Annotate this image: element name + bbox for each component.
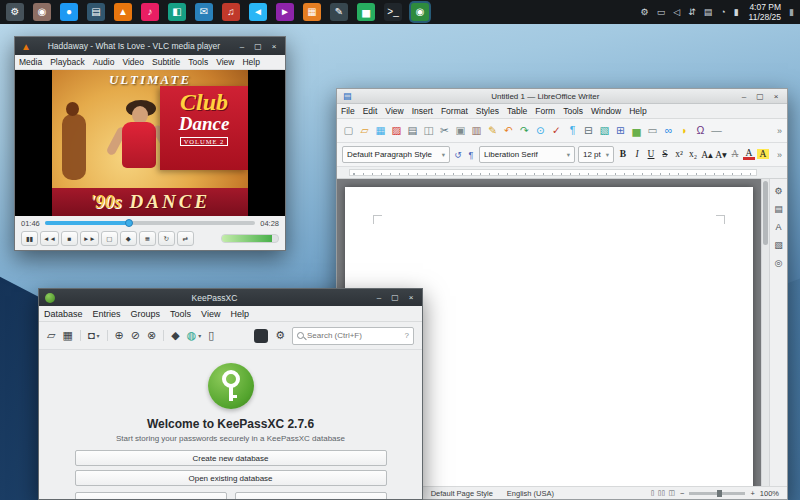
writer-menu-item[interactable]: Form bbox=[531, 105, 559, 117]
maximize-button[interactable]: ▢ bbox=[755, 92, 765, 101]
page-break-icon[interactable]: ⊟ bbox=[582, 125, 595, 136]
tray-network-icon[interactable]: ⇵ bbox=[688, 8, 696, 17]
writer-menu-item[interactable]: Insert bbox=[408, 105, 437, 117]
new-document-icon[interactable]: ▢ bbox=[342, 125, 355, 136]
save-database-button[interactable]: ▦ ▾ bbox=[62, 330, 72, 341]
database-action-button[interactable]: Open existing database bbox=[75, 470, 387, 486]
special-character-icon[interactable]: Ω bbox=[694, 125, 707, 136]
writer-menu-item[interactable]: Format bbox=[437, 105, 472, 117]
search-input[interactable] bbox=[307, 331, 402, 340]
partial-button-left[interactable] bbox=[75, 492, 227, 499]
maximize-button[interactable]: ▢ bbox=[253, 42, 263, 51]
sidebar-navigator-icon[interactable]: ◎ bbox=[775, 259, 783, 268]
zoom-out-button[interactable]: − bbox=[680, 489, 684, 498]
spelling-icon[interactable]: ✓ bbox=[550, 125, 563, 136]
launcher-mail[interactable]: ✉ bbox=[195, 3, 213, 21]
highlight-button[interactable]: A bbox=[757, 149, 769, 159]
print-preview-icon[interactable]: ◫ bbox=[422, 125, 435, 136]
superscript-button[interactable]: x² bbox=[673, 149, 685, 159]
database-action-button[interactable]: Create new database bbox=[75, 450, 387, 466]
zoom-slider[interactable] bbox=[689, 492, 745, 495]
open-icon[interactable]: ▱ bbox=[358, 125, 371, 136]
random-button[interactable]: ⇄ bbox=[177, 231, 194, 246]
writer-titlebar[interactable]: ▤ Untitled 1 — LibreOffice Writer – ▢ × bbox=[337, 89, 787, 104]
tray-display-icon[interactable]: ▭ bbox=[657, 8, 666, 17]
toolbar-overflow-button[interactable]: » bbox=[777, 150, 782, 160]
vlc-menu-item[interactable]: Subtitle bbox=[148, 56, 184, 68]
writer-menu-item[interactable]: View bbox=[381, 105, 407, 117]
sidebar-settings-icon[interactable]: ⚙ bbox=[774, 187, 782, 196]
panel-clock[interactable]: 4:07 PM 11/28/25 bbox=[749, 2, 781, 22]
toolbar-overflow-button[interactable]: » bbox=[777, 126, 782, 136]
bold-button[interactable]: B bbox=[617, 149, 629, 159]
settings-button[interactable]: ⚙ bbox=[275, 330, 285, 341]
close-button[interactable]: × bbox=[269, 42, 279, 51]
vlc-menu-item[interactable]: Media bbox=[15, 56, 46, 68]
minimize-button[interactable]: – bbox=[237, 42, 247, 51]
launcher-system-monitor[interactable]: ▅ bbox=[357, 3, 375, 21]
vertical-scrollbar[interactable] bbox=[761, 179, 769, 486]
formatting-marks-icon[interactable]: ¶ bbox=[566, 125, 579, 136]
edit-entry-button[interactable]: ⊘ ▾ bbox=[131, 330, 140, 341]
font-color-button[interactable]: A bbox=[743, 149, 755, 161]
vlc-menu-item[interactable]: Help bbox=[238, 56, 263, 68]
print-icon[interactable]: ▤ bbox=[406, 125, 419, 136]
keepassxc-menu-item[interactable]: Database bbox=[39, 307, 88, 321]
scrollbar-thumb[interactable] bbox=[763, 181, 768, 245]
close-button[interactable]: × bbox=[771, 92, 781, 101]
insert-image-icon[interactable]: ▧ bbox=[598, 125, 611, 136]
vlc-menu-item[interactable]: Video bbox=[118, 56, 148, 68]
tray-battery-icon[interactable]: ▮ bbox=[734, 8, 739, 17]
export-pdf-icon[interactable]: ▨ bbox=[390, 125, 403, 136]
loop-button[interactable]: ↻ bbox=[158, 231, 175, 246]
launcher-telegram[interactable]: ◄ bbox=[249, 3, 267, 21]
launcher-web-browser[interactable]: ● bbox=[60, 3, 78, 21]
vlc-menu-item[interactable]: Playback bbox=[46, 56, 89, 68]
extended-settings-button[interactable]: ◆ bbox=[120, 231, 137, 246]
undo-icon[interactable]: ↶ bbox=[502, 125, 515, 136]
insert-line-icon[interactable]: — bbox=[710, 125, 723, 136]
add-entry-button[interactable]: ⊕ ▾ bbox=[107, 330, 124, 341]
writer-menu-item[interactable]: File bbox=[337, 105, 359, 117]
launcher-terminal[interactable]: >_ bbox=[384, 3, 402, 21]
zoom-in-button[interactable]: + bbox=[750, 489, 754, 498]
horizontal-ruler[interactable] bbox=[337, 167, 787, 179]
launcher-video-player[interactable]: ► bbox=[276, 3, 294, 21]
cut-icon[interactable]: ✂ bbox=[438, 125, 451, 136]
tray-notifications-icon[interactable]: ◔ bbox=[720, 8, 725, 17]
partial-button-right[interactable] bbox=[235, 492, 387, 499]
paragraph-style-combo[interactable]: Default Paragraph Style ▾ bbox=[342, 146, 450, 163]
new-style-icon[interactable]: ¶ bbox=[466, 150, 476, 160]
redo-icon[interactable]: ↷ bbox=[518, 125, 531, 136]
zoom-knob[interactable] bbox=[717, 490, 722, 497]
view-book-icon[interactable]: ◫ bbox=[668, 489, 675, 497]
launcher-music[interactable]: ♫ bbox=[222, 3, 240, 21]
keepassxc-menu-item[interactable]: View bbox=[196, 307, 225, 321]
launcher-system-settings[interactable]: ⚙ bbox=[6, 3, 24, 21]
grow-font-button[interactable]: A▴ bbox=[701, 149, 713, 160]
writer-menu-item[interactable]: Styles bbox=[472, 105, 503, 117]
next-button[interactable]: ►► bbox=[80, 231, 99, 246]
seek-handle[interactable] bbox=[125, 219, 133, 227]
minimize-button[interactable]: – bbox=[739, 92, 749, 101]
open-database-button[interactable]: ▱ ▾ bbox=[47, 330, 55, 341]
sidebar-gallery-icon[interactable]: ▧ bbox=[774, 241, 783, 250]
tray-tools-icon[interactable]: ⚙ bbox=[641, 8, 649, 17]
launcher-gimp[interactable]: ◉ bbox=[33, 3, 51, 21]
find-replace-icon[interactable]: ⊙ bbox=[534, 125, 547, 136]
sidebar-properties-icon[interactable]: ▤ bbox=[774, 205, 783, 214]
password-generator-button[interactable]: ◆ ▾ bbox=[163, 330, 179, 341]
vlc-video-area[interactable]: ULTIMATE Club Dance VOLUME 2 '90s DANCE bbox=[15, 70, 285, 216]
writer-menu-item[interactable]: Tools bbox=[559, 105, 587, 117]
insert-comment-icon[interactable]: ◗ bbox=[678, 125, 691, 136]
writer-menu-item[interactable]: Edit bbox=[359, 105, 382, 117]
pause-button[interactable]: ▮▮ bbox=[21, 231, 38, 246]
strikethrough-button[interactable]: S bbox=[659, 149, 671, 159]
insert-chart-icon[interactable]: ▅ bbox=[630, 125, 643, 136]
zoom-level[interactable]: 100% bbox=[760, 489, 779, 498]
launcher-text-editor[interactable]: ✎ bbox=[330, 3, 348, 21]
volume-slider[interactable] bbox=[221, 234, 279, 243]
tray-clipboard-icon[interactable]: ▤ bbox=[704, 8, 713, 17]
vlc-menu-item[interactable]: Audio bbox=[89, 56, 119, 68]
keepassxc-menu-item[interactable]: Tools bbox=[165, 307, 196, 321]
